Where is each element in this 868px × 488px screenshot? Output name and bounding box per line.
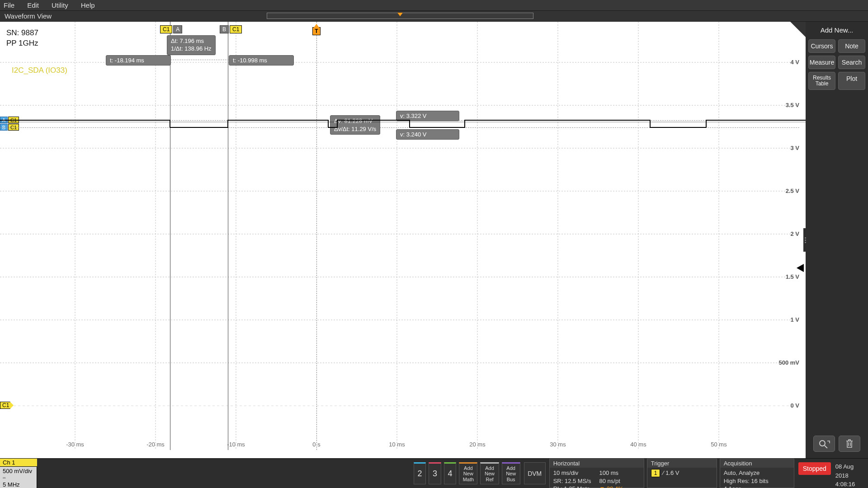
cursor-b-badge[interactable]: B C1: [220, 25, 242, 33]
svg-text:20 ms: 20 ms: [469, 441, 486, 448]
horiz-rl: RL: 1.25 Mpts: [553, 485, 591, 488]
add-math-button[interactable]: Add New Math: [459, 462, 477, 484]
acq-count: 4 Acqs: [724, 485, 769, 488]
device-info: SN: 9887 PP 1GHz: [6, 28, 38, 49]
y-tick: 1.5 V: [786, 273, 799, 280]
horizontal-panel[interactable]: Horizontal 10 ms/div SR: 12.5 MS/s RL: 1…: [549, 459, 644, 488]
delta-v: Δv: 81.228 mV: [334, 117, 376, 125]
trigger-header: Trigger: [647, 459, 717, 468]
cursor-a-channel: C1: [160, 25, 172, 33]
channel-1-body: 500 mV/div ⎓ 5 MHz: [0, 467, 37, 488]
svg-text:50 ms: 50 ms: [711, 441, 727, 448]
cursor-a-time-label[interactable]: t: -18.194 ms: [106, 55, 171, 66]
channel-ground-badge[interactable]: C1: [0, 402, 10, 409]
probe-bandwidth: PP 1GHz: [6, 38, 38, 49]
menu-edit[interactable]: Edit: [27, 1, 39, 9]
svg-line-27: [825, 446, 827, 448]
add-ref-button[interactable]: Add New Ref: [480, 462, 499, 484]
trigger-level-marker[interactable]: [797, 264, 804, 272]
y-tick: 2 V: [790, 230, 799, 237]
cursor-a-letter: A: [173, 25, 182, 33]
channel-1-header: Ch 1: [0, 459, 37, 467]
delta-t: Δt: 7.196 ms: [171, 38, 212, 45]
dv-dt: Δv/Δt: 11.29 V/s: [334, 125, 376, 133]
menu-file[interactable]: File: [4, 1, 14, 9]
add-new-label[interactable]: Add New...: [808, 24, 865, 37]
cursor-a-line[interactable]: [170, 22, 170, 450]
trigger-panel[interactable]: Trigger 1⁄ 1.6 V: [647, 459, 717, 488]
menu-help[interactable]: Help: [81, 1, 95, 9]
horizontal-header: Horizontal: [550, 459, 644, 468]
datetime: 08 Aug 2018 4:08:16 AM: [834, 459, 868, 488]
overview-trigger-icon: [397, 13, 403, 16]
y-tick: 0 V: [790, 402, 799, 409]
y-tick: 3 V: [790, 145, 799, 151]
trash-icon: [845, 439, 854, 449]
cursor-b-time-label[interactable]: t: -10.998 ms: [229, 55, 294, 66]
waveform-area[interactable]: -30 ms -20 ms -10 ms 0 s 10 ms 20 ms 30 …: [0, 22, 806, 458]
zoom-icon: [818, 439, 830, 448]
overview-scrollbar[interactable]: [267, 13, 533, 19]
search-button[interactable]: Search: [838, 56, 865, 69]
cursor-a-badge[interactable]: C1 A: [160, 25, 182, 33]
channel-4-button[interactable]: 4: [444, 462, 457, 484]
acq-mode: Auto, Analyze: [724, 469, 769, 477]
delete-button[interactable]: [839, 436, 860, 452]
add-bus-button[interactable]: Add New Bus: [502, 462, 520, 484]
plot-button[interactable]: Plot: [838, 72, 865, 90]
note-button[interactable]: Note: [838, 39, 865, 53]
graticule: -30 ms -20 ms -10 ms 0 s 10 ms 20 ms 30 …: [0, 22, 806, 458]
voltage-cursor-b-line[interactable]: [0, 127, 799, 128]
signal-label[interactable]: I2C_SDA (IO33): [12, 66, 67, 75]
y-tick: 2.5 V: [786, 188, 799, 194]
trigger-time-marker[interactable]: T: [312, 27, 321, 35]
channel-3-button[interactable]: 3: [429, 462, 441, 484]
svg-text:10 ms: 10 ms: [389, 441, 405, 448]
bottom-spacer: [37, 459, 412, 488]
y-tick: 500 mV: [778, 359, 799, 366]
cursor-b-letter: B: [220, 25, 229, 33]
inv-delta-t: 1/Δt: 138.96 Hz: [171, 45, 212, 53]
center-time-line: [316, 22, 317, 450]
channel-1-badge[interactable]: Ch 1 500 mV/div ⎓ 5 MHz: [0, 459, 37, 488]
horiz-scale: 10 ms/div: [553, 469, 591, 477]
y-tick: 3.5 V: [786, 102, 799, 108]
results-table-button[interactable]: Results Table: [808, 72, 835, 90]
time-label: 4:08:16 AM: [835, 480, 863, 488]
cursor-a-voltage-label[interactable]: v: 3.322 V: [396, 111, 459, 121]
acquisition-panel[interactable]: Acquisition Auto, Analyze High Res: 16 b…: [720, 459, 794, 488]
cursor-b-channel: C1: [230, 25, 242, 33]
acquisition-header: Acquisition: [720, 459, 794, 468]
horiz-sr: SR: 12.5 MS/s: [553, 477, 591, 485]
content-row: -30 ms -20 ms -10 ms 0 s 10 ms 20 ms 30 …: [0, 22, 868, 458]
channel-2-button[interactable]: 2: [414, 462, 426, 484]
cursor-delta-time-box[interactable]: Δt: 7.196 ms 1/Δt: 138.96 Hz: [167, 35, 216, 55]
svg-point-26: [820, 441, 825, 446]
bottom-bar: Ch 1 500 mV/div ⎓ 5 MHz 2 3 4 Add New Ma…: [0, 458, 868, 488]
measure-button[interactable]: Measure: [808, 56, 835, 69]
horiz-pt: 80 ns/pt: [599, 477, 623, 485]
menu-bar: File Edit Utility Help: [0, 0, 868, 11]
splitter-handle[interactable]: [803, 228, 807, 252]
y-tick: 4 V: [790, 59, 799, 66]
svg-text:-10 ms: -10 ms: [227, 441, 245, 448]
horiz-pos: ▼ 39.4%: [599, 485, 623, 488]
serial-number: SN: 9887: [6, 28, 38, 38]
svg-text:40 ms: 40 ms: [630, 441, 646, 448]
acq-res: High Res: 16 bits: [724, 477, 769, 485]
cursor-delta-voltage-box[interactable]: Δv: 81.228 mV Δv/Δt: 11.29 V/s: [330, 115, 380, 135]
menu-utility[interactable]: Utility: [52, 1, 68, 9]
cursor-b-voltage-label[interactable]: v: 3.240 V: [396, 129, 459, 140]
cursors-button[interactable]: Cursors: [808, 39, 835, 53]
dvm-button[interactable]: DVM: [524, 462, 546, 484]
y-tick: 1 V: [790, 316, 799, 323]
horiz-dur: 100 ms: [599, 469, 623, 477]
waveform-title: Waveform View: [0, 12, 56, 20]
run-state-button[interactable]: Stopped: [798, 462, 831, 475]
zoom-button[interactable]: [813, 436, 835, 452]
cursor-b-line[interactable]: [228, 22, 228, 450]
channel-1-bw: 5 MHz: [3, 481, 34, 488]
svg-text:-20 ms: -20 ms: [146, 441, 165, 448]
date-label: 08 Aug 2018: [835, 462, 863, 480]
trigger-source: 1⁄ 1.6 V: [651, 469, 679, 477]
